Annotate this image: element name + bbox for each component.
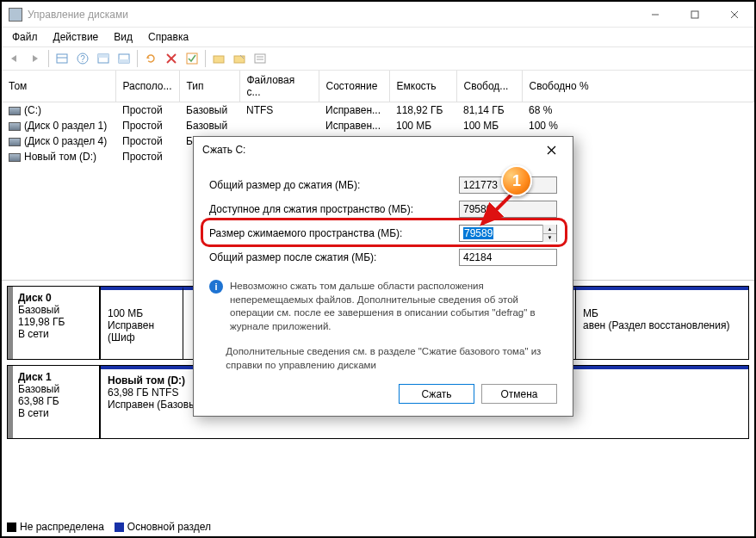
menu-bar: Файл Действие Вид Справка <box>2 28 754 46</box>
grid-bottom-icon[interactable] <box>115 49 133 68</box>
menu-help[interactable]: Справка <box>141 29 195 45</box>
legend: Не распределена Основной раздел <box>7 521 211 533</box>
table-row[interactable]: (C:) ПростойБазовыйNTFS Исправен...118,9… <box>2 102 754 119</box>
table-row[interactable]: (Диск 0 раздел 1) ПростойБазовый Исправе… <box>2 118 754 133</box>
properties-icon[interactable] <box>251 49 270 68</box>
view-list-icon[interactable] <box>53 49 71 68</box>
svg-rect-14 <box>187 53 197 64</box>
disk-info: Диск 0 Базовый 119,98 ГБ В сети <box>8 287 101 359</box>
menu-file[interactable]: Файл <box>5 29 45 45</box>
partition[interactable]: 100 МБ Исправен (Шиф <box>101 287 183 359</box>
window-title: Управление дисками <box>28 9 128 21</box>
refresh-icon[interactable] <box>141 49 160 68</box>
svg-text:?: ? <box>80 54 85 64</box>
disk-info: Диск 1 Базовый 63,98 ГБ В сети <box>8 366 101 438</box>
svg-rect-15 <box>214 56 224 63</box>
col-layout[interactable]: Располо... <box>115 71 179 102</box>
check-icon[interactable] <box>183 49 201 68</box>
info-block: i Невозможно сжать том дальше области ра… <box>209 280 557 333</box>
app-icon <box>9 8 22 22</box>
shrink-button[interactable]: Сжать <box>399 384 474 404</box>
spinner-up-icon: ▲ <box>543 225 556 234</box>
delete-icon[interactable] <box>162 49 181 68</box>
label-total-after: Общий размер после сжатия (МБ): <box>209 251 459 263</box>
shrink-amount-input[interactable]: 79589 ▲▼ <box>459 225 557 242</box>
close-button[interactable] <box>715 2 754 28</box>
svg-rect-1 <box>691 11 698 18</box>
minimize-button[interactable] <box>635 2 675 28</box>
cancel-button[interactable]: Отмена <box>481 384 557 404</box>
volume-icon <box>9 122 21 131</box>
grid-top-icon[interactable] <box>94 49 113 68</box>
folder-open-icon[interactable] <box>230 49 249 68</box>
svg-rect-16 <box>234 56 245 63</box>
svg-rect-17 <box>255 54 265 63</box>
spinner[interactable]: ▲▼ <box>542 225 556 242</box>
title-bar: Управление дисками <box>2 2 754 28</box>
label-shrink-amount: Размер сжимаемого пространства (МБ): <box>209 227 459 239</box>
dialog-close-button[interactable] <box>538 137 564 163</box>
help-icon[interactable]: ? <box>73 49 92 68</box>
svg-rect-11 <box>119 59 129 63</box>
col-pct[interactable]: Свободно % <box>522 71 754 102</box>
volume-icon <box>9 107 21 115</box>
col-volume[interactable]: Том <box>2 71 115 102</box>
col-free[interactable]: Свобод... <box>456 71 522 102</box>
forward-icon[interactable] <box>26 49 45 68</box>
dialog-title-bar: Сжать C: <box>194 137 573 163</box>
spinner-down-icon: ▼ <box>543 234 556 243</box>
col-status[interactable]: Состояние <box>319 71 389 102</box>
table-header-row: Том Располо... Тип Файловая с... Состоян… <box>2 71 754 102</box>
col-fs[interactable]: Файловая с... <box>239 71 319 102</box>
maximize-button[interactable] <box>675 2 715 28</box>
dialog-title: Сжать C: <box>202 144 245 156</box>
svg-rect-9 <box>98 54 108 58</box>
col-cap[interactable]: Емкость <box>389 71 456 102</box>
value-available: 79589 <box>459 201 557 218</box>
back-icon[interactable] <box>5 49 24 68</box>
col-type[interactable]: Тип <box>179 71 239 102</box>
info-block-2: Дополнительные сведения см. в разделе "С… <box>209 345 557 372</box>
menu-action[interactable]: Действие <box>46 29 106 45</box>
info-icon: i <box>209 280 223 294</box>
label-total-before: Общий размер до сжатия (МБ): <box>209 179 459 191</box>
label-available: Доступное для сжатия пространство (МБ): <box>209 203 459 215</box>
volume-icon <box>9 153 21 162</box>
toolbar: ? <box>2 46 754 71</box>
menu-view[interactable]: Вид <box>107 29 139 45</box>
volume-icon <box>9 138 21 146</box>
svg-rect-4 <box>57 54 67 63</box>
folder-icon[interactable] <box>209 49 228 68</box>
value-total-after: 42184 <box>459 249 557 266</box>
annotation-marker: 1 <box>501 165 532 196</box>
partition[interactable]: МБ авен (Раздел восстановления) <box>576 287 748 359</box>
